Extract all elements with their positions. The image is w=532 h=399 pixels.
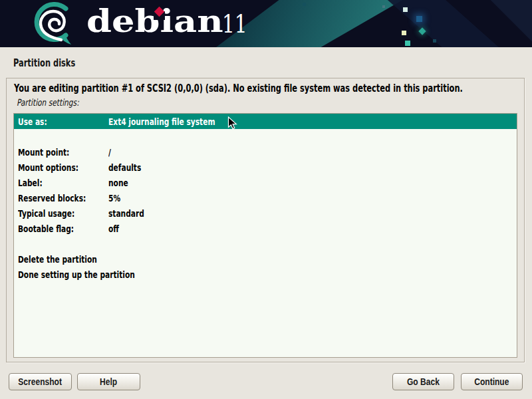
partition-list[interactable]: Use as:Ext4 journaling file systemMount … [13,113,517,358]
list-row-label: Reserved blocks: [18,193,86,203]
debian-swirl-icon [24,2,80,46]
banner-square [405,41,410,46]
list-row-value: none [108,178,128,188]
list-row[interactable]: Typical usage:standard [14,205,517,221]
list-row[interactable]: Mount point:/ [14,144,517,160]
list-row-blank [14,236,517,251]
list-row-label: Delete the partition [18,254,97,265]
banner-square [402,31,406,35]
version-text: 11 [222,11,247,37]
list-row-label: Label: [18,178,43,188]
list-row[interactable]: Reserved blocks:5% [14,190,517,205]
banner-square [403,7,408,12]
banner-square [416,16,422,22]
continue-button[interactable]: Continue [461,373,523,390]
banner-square [382,5,385,8]
list-row-value: standard [108,208,144,219]
list-row-label: Use as: [18,116,47,127]
banner-square [303,3,306,6]
list-row[interactable]: Done setting up the partition [14,267,517,282]
mouse-cursor-icon [227,116,239,131]
partition-settings-label: Partition settings: [17,97,98,108]
banner-square [433,39,436,43]
question-text: You are editing partition #1 of SCSI2 (0… [14,82,532,94]
list-row-label: Mount point: [18,147,69,158]
list-row[interactable]: Use as:Ext4 journaling file system [14,114,517,129]
list-row-label: Typical usage: [18,208,74,219]
go-back-button[interactable]: Go Back [392,373,454,390]
list-row-value: / [108,147,111,158]
banner-decoration [216,0,426,47]
list-row[interactable]: Bootable flag:off [14,221,517,236]
page-title: Partition disks [13,57,95,69]
list-row-value: 5% [108,193,120,203]
installer-window: debian 11 Partition disks You are editin… [0,0,532,399]
list-row-label: Bootable flag: [18,223,74,234]
banner: debian 11 [0,0,532,47]
list-row-value: defaults [108,162,141,173]
list-row-label: Done setting up the partition [18,269,135,280]
list-row[interactable]: Delete the partition [14,251,517,267]
list-row[interactable]: Label:none [14,175,517,190]
list-row-value: Ext4 journaling file system [108,116,215,127]
list-row-value: off [108,223,119,234]
list-row-blank [14,129,517,144]
screenshot-button[interactable]: Screenshot [9,373,72,390]
content-frame: You are editing partition #1 of SCSI2 (0… [6,78,525,362]
list-row[interactable]: Mount options:defaults [14,160,517,175]
help-button[interactable]: Help [77,373,140,390]
list-row-label: Mount options: [18,162,78,173]
